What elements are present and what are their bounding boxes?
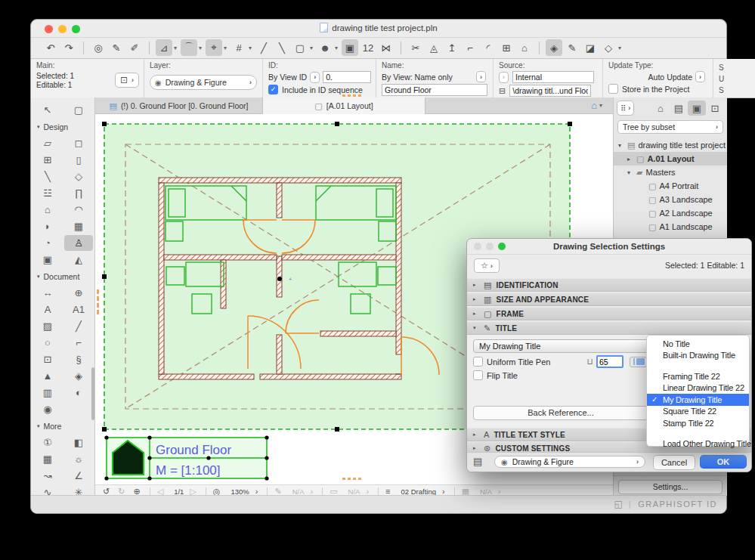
section-title[interactable]: ▾✎TITLE [467, 321, 751, 335]
pen-color-swatch[interactable] [630, 357, 647, 367]
menu-item-built-in[interactable]: Built-in Drawing Title [647, 350, 749, 362]
project-map-icon[interactable]: ⌂ [651, 101, 670, 116]
divider[interactable] [206, 487, 206, 496]
title-type-dropdown[interactable]: My Drawing Title › [473, 339, 659, 353]
morph-tool[interactable]: ◗ [33, 218, 62, 234]
window-titlebar[interactable]: drawing title test project.pln [31, 20, 726, 38]
chevron-down-icon[interactable]: ▾ [221, 39, 229, 56]
dialog-titlebar[interactable]: Drawing Selection Settings [467, 239, 751, 255]
empty-cell[interactable] [64, 401, 93, 417]
section-size-appearance[interactable]: ▸▥SIZE AND APPEARANCE [467, 292, 751, 306]
toolbox-scrollbar[interactable] [91, 367, 94, 420]
change-tool[interactable]: ① [33, 435, 62, 450]
project-chooser-button[interactable]: ⠿› [617, 101, 634, 116]
tab-a01-layout[interactable]: ▢ [A.01 Layout] [263, 97, 425, 114]
favorites-star-button[interactable]: ☆› [474, 258, 500, 273]
redo-icon[interactable]: ↷ [60, 39, 77, 56]
drawing-title-block[interactable]: Ground Floor M = [1:100] [104, 435, 268, 480]
eraser-icon[interactable]: ◪ [582, 39, 599, 56]
graphisoft-id-icon[interactable]: ◱ [614, 499, 622, 509]
undo-icon[interactable]: ↶ [42, 39, 59, 56]
divider[interactable] [83, 42, 84, 54]
teamwork-button[interactable]: ⌂ ▾ [591, 100, 602, 111]
worksheet-tool[interactable]: ▥ [33, 385, 62, 401]
intersect-icon[interactable]: ⌐ [462, 39, 478, 56]
window-tool[interactable]: ⊞ [33, 152, 62, 168]
interior-elevation-tool[interactable]: ◈ [64, 368, 93, 384]
store-project-checkbox[interactable] [608, 84, 618, 94]
include-id-checkbox[interactable]: ✓ [268, 85, 278, 94]
layer-dropdown[interactable]: ◉ Drawing & Figure › [150, 75, 257, 90]
pick-up-parameters-icon[interactable]: ✎ [108, 39, 125, 56]
angle-dimension-tool[interactable]: ∠ [64, 468, 93, 484]
scale-value[interactable]: N/A [346, 487, 360, 496]
zoom-level-value[interactable]: 130% [228, 487, 249, 496]
resize-icon[interactable]: ⊞ [498, 39, 515, 56]
split-icon[interactable]: ✂ [407, 39, 424, 56]
polyline-tool[interactable]: ⌐ [64, 335, 93, 351]
label-tool[interactable]: A1 [64, 302, 93, 317]
menu-item-no-title[interactable]: No Title [647, 338, 749, 350]
zoom-to-selection-icon[interactable]: ◎ [90, 39, 107, 56]
fillet-icon[interactable]: ◜ [480, 39, 497, 56]
marquee-restrict-icon[interactable]: ⋈ [378, 39, 395, 56]
source-value-field[interactable] [512, 71, 594, 83]
menu-item-square[interactable]: Square Title 22 [647, 406, 749, 418]
id-mode-dropdown[interactable]: › [310, 72, 320, 83]
drawing-tool[interactable]: ⊡ [33, 351, 62, 367]
beam-tool[interactable]: ╲ [33, 169, 62, 184]
stair-tool[interactable]: ☳ [33, 185, 62, 201]
section-identification[interactable]: ▸▤IDENTIFICATION [467, 278, 751, 292]
chevron-down-icon[interactable]: ▾ [196, 39, 204, 56]
rotate-icon[interactable]: ◇ [600, 39, 617, 56]
section-document[interactable]: ▾ Document [31, 270, 94, 283]
chevron-down-icon[interactable]: ▾ [616, 39, 623, 56]
section-more[interactable]: ▾ More [31, 419, 94, 433]
chevron-down-icon[interactable]: ▾ [246, 39, 254, 56]
menu-item-linear[interactable]: Linear Drawing Title 22 [647, 382, 749, 394]
name-value-field[interactable] [382, 84, 487, 96]
dialog-layer-dropdown[interactable]: ◉ Drawing & Figure › [494, 456, 645, 468]
lamp-tool[interactable]: ☼ [64, 451, 93, 467]
view-map-icon[interactable]: ▤ [670, 101, 688, 116]
dimensions-icon[interactable]: 12 [360, 39, 376, 56]
object-tool[interactable]: ♙ [64, 235, 93, 251]
update-mode-dropdown[interactable]: › [695, 71, 705, 82]
pane-splitter-handle[interactable] [97, 289, 99, 314]
chevron-down-icon[interactable]: ▾ [308, 39, 315, 56]
zone-tool[interactable]: ▣ [33, 252, 62, 268]
menu-separator[interactable] [647, 361, 749, 370]
align-icon[interactable]: ↥ [444, 39, 460, 56]
line-tool[interactable]: ╱ [64, 318, 93, 334]
ok-button[interactable]: OK [700, 455, 747, 469]
fill-tool[interactable]: ▨ [33, 318, 62, 334]
divider[interactable] [539, 42, 540, 54]
3d-document-tool[interactable]: ◧ [64, 435, 93, 450]
pen-set-value[interactable]: N/A [290, 487, 305, 496]
section-design[interactable]: ▾ Design [31, 120, 94, 134]
menu-item-stamp[interactable]: Stamp Title 22 [647, 417, 749, 429]
edit-cage-icon[interactable]: ▣ [342, 39, 358, 56]
section-frame[interactable]: ▸▢FRAME [467, 307, 751, 320]
drag-icon[interactable]: ◈ [546, 39, 562, 56]
shell-tool[interactable]: ◠ [64, 202, 93, 218]
skylight-tool[interactable]: ◭ [64, 252, 93, 268]
flip-title-checkbox[interactable] [473, 370, 483, 380]
section-marker-tool[interactable]: § [64, 351, 93, 367]
divider[interactable] [267, 487, 268, 496]
source-dropdown[interactable]: › [499, 72, 509, 83]
tree-by-subset-dropdown[interactable]: Tree by subset › [617, 120, 723, 134]
trace-reference-icon[interactable]: ╲ [274, 39, 290, 56]
column-tool[interactable]: ▯ [64, 152, 93, 168]
uniform-title-pen-checkbox[interactable] [473, 357, 483, 367]
divider[interactable] [454, 487, 455, 496]
home-story-icon[interactable]: ⌂ [516, 39, 533, 56]
chevron-down-icon[interactable]: ▾ [333, 39, 340, 56]
camera-tool[interactable]: ◉ [33, 401, 62, 417]
door-tool[interactable]: ◻ [64, 135, 93, 151]
snap-points-icon[interactable]: ⌖ [206, 39, 222, 56]
adjust-icon[interactable]: ◬ [425, 39, 442, 56]
layers-icon[interactable]: ▢ [292, 39, 308, 56]
back-reference-button[interactable]: Back Reference... [473, 406, 648, 420]
divider[interactable] [401, 42, 401, 54]
